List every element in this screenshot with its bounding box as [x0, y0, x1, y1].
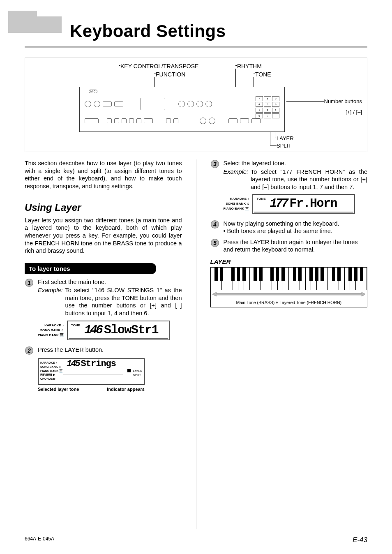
lcd-display-2: KARAOKE ♪ SONG BANK ♫ PIANO BANK 🎹 REVER… — [38, 358, 145, 385]
step-1-lead: First select the main tone. — [38, 278, 182, 286]
step-number-1-icon: 1 — [25, 278, 34, 287]
footer-doc-code: 664A-E-045A — [25, 536, 54, 544]
svg-text:1: 1 — [28, 279, 31, 286]
callout-plus-minus: [+] / [–] — [346, 109, 362, 115]
piano-caption: Main Tone (BRASS) + Layered Tone (FRENCH… — [211, 298, 367, 307]
title-rule — [25, 46, 367, 48]
callout-rhythm: RHYTHM — [237, 63, 262, 69]
layer-diagram-heading: LAYER — [210, 258, 368, 265]
lcd2-name: Strings — [81, 359, 116, 369]
left-column: This section describes how to use layer … — [25, 159, 182, 529]
svg-marker-15 — [212, 292, 366, 296]
lcd2-mini-keyboard — [63, 374, 123, 382]
keypad: 789 456 123 0+– — [256, 96, 279, 118]
lcd-display-1: KARAOKE ♪ SONG BANK ♫ PIANO BANK 🎹 TONE … — [38, 321, 182, 340]
step-5: 5 Press the LAYER button again to unlaye… — [210, 238, 368, 254]
lcd1-name: SlowStr1 — [104, 323, 158, 337]
step-1-example-body: To select "146 SLOW STRINGS 1" as the ma… — [65, 286, 182, 317]
lcd3-digits: 177 — [270, 196, 287, 210]
callout-function: FUNCTION — [156, 71, 185, 78]
section-heading-using-layer: Using Layer — [25, 201, 182, 214]
step-4-lead: Now try playing something on the keyboar… — [224, 220, 368, 228]
step-1: 1 First select the main tone. Example: T… — [25, 278, 182, 317]
step-3: 3 Select the layered tone. Example: To s… — [210, 159, 368, 191]
svg-text:3: 3 — [213, 161, 217, 167]
lcd3-mode-labels: KARAOKE ♪ SONG BANK ♫ PIANO BANK 🎹 — [224, 196, 249, 211]
callout-number-buttons: Number buttons — [324, 98, 362, 104]
step-number-3-icon: 3 — [210, 159, 219, 169]
lcd1-mode-labels: KARAOKE ♪ SONG BANK ♫ PIANO BANK 🎹 — [38, 323, 64, 338]
keyboard-panel-diagram: KEY CONTROL/TRANSPOSE FUNCTION RHYTHM TO… — [25, 58, 367, 152]
step-3-example-body: To select "177 FRENCH HORN" as the layer… — [251, 168, 367, 191]
column-divider — [196, 159, 196, 529]
step-number-2-icon: 2 — [25, 346, 34, 355]
page-footer: 664A-E-045A E-43 — [25, 536, 367, 544]
svg-text:5: 5 — [213, 240, 217, 246]
callout-layer: LAYER — [277, 135, 294, 141]
using-layer-paragraph: Layer lets you assign two different tone… — [25, 217, 182, 255]
step-2: 2 Press the LAYER button. — [25, 346, 182, 355]
lcd2-digits: 145 — [67, 359, 79, 369]
piano-layer-diagram: Main Tone (BRASS) + Layered Tone (FRENCH… — [210, 267, 368, 307]
callout-split: SPLIT — [277, 143, 291, 149]
piano-keys-graphic — [211, 268, 367, 290]
lcd2-right-labels: LAYER SPLIT — [133, 369, 142, 377]
step-1-example-label: Example: — [38, 286, 62, 317]
right-column: 3 Select the layered tone. Example: To s… — [210, 159, 368, 529]
lcd1-tone-label: TONE — [71, 323, 80, 328]
step-number-4-icon: 4 — [210, 220, 219, 229]
step-number-5-icon: 5 — [210, 238, 219, 247]
svg-text:2: 2 — [27, 348, 31, 354]
step-4: 4 Now try playing something on the keybo… — [210, 220, 368, 235]
page: Keyboard Settings KEY CONTROL/TRANSPOSE … — [0, 0, 392, 554]
step-3-example-label: Example: — [224, 168, 248, 191]
lcd2-caption-left: Selected layer tone — [38, 386, 79, 392]
keyboard-control-panel: 789 456 123 0+– — [79, 87, 285, 132]
step-4-bullet: • Both tones are played at the same time… — [224, 227, 368, 235]
step-5-lead: Press the LAYER button again to unlayer … — [224, 238, 368, 254]
footer-page-number: E-43 — [353, 536, 367, 544]
lcd3-tone-label: TONE — [256, 197, 265, 201]
callout-key-control: KEY CONTROL/TRANSPOSE — [120, 63, 198, 69]
callout-tone: TONE — [255, 71, 271, 78]
header-tab-graphic — [8, 16, 62, 33]
step-2-lead: Press the LAYER button. — [38, 346, 182, 354]
lcd1-digits: 146 — [84, 323, 101, 337]
step-3-lead: Select the layered tone. — [224, 159, 368, 167]
lcd2-caption-right: Indicator appears — [107, 386, 145, 392]
piano-range-arrow — [211, 290, 367, 298]
lcd-display-3: KARAOKE ♪ SONG BANK ♫ PIANO BANK 🎹 TONE … — [224, 194, 368, 214]
layer-indicator-icon — [127, 369, 131, 372]
svg-text:4: 4 — [213, 221, 217, 227]
page-title: Keyboard Settings — [70, 21, 226, 41]
subheading-to-layer-tones: To layer tones — [25, 263, 156, 274]
lcd2-mode-labels: KARAOKE ♪ SONG BANK ♫ PIANO BANK 🎹 REVER… — [40, 361, 63, 381]
lcd3-name: Fr.Horn — [289, 196, 337, 210]
intro-paragraph: This section describes how to use layer … — [25, 159, 182, 190]
